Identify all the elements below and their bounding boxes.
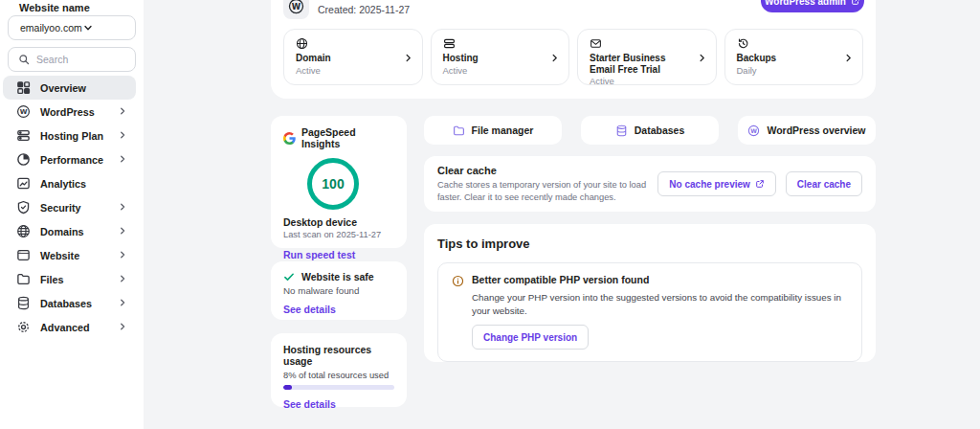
status-card-subtitle: Active (443, 65, 546, 76)
change-php-version-button[interactable]: Change PHP version (472, 325, 589, 350)
no-cache-preview-button[interactable]: No cache preview (657, 171, 775, 196)
wordpress-admin-button[interactable]: WordPress admin (761, 0, 864, 12)
tip-description: Change your PHP version into the suggest… (472, 291, 848, 317)
sidebar-item-analytics[interactable]: Analytics (3, 171, 136, 195)
wordpress-logo: W (283, 0, 309, 19)
sidebar-item-label: Security (40, 202, 81, 214)
clear-cache-description: Cache stores a temporary version of your… (437, 179, 657, 203)
external-link-icon (851, 0, 860, 6)
globe-icon (16, 224, 31, 238)
sidebar-item-databases[interactable]: Databases (3, 291, 136, 315)
safety-see-details-link[interactable]: See details (283, 304, 336, 315)
wordpress-icon: W (747, 124, 760, 137)
sidebar-nav: Overview W WordPress Hosting Plan P (0, 76, 144, 339)
server-icon (16, 128, 31, 143)
databases-card[interactable]: Databases (581, 116, 719, 145)
pagespeed-score-ring: 100 (307, 158, 359, 210)
search-input[interactable] (36, 54, 119, 65)
wordpress-icon: W (16, 104, 31, 119)
svg-text:W: W (292, 2, 301, 11)
sidebar-item-label: Website (40, 250, 79, 261)
history-icon (737, 37, 749, 50)
chevron-right-icon (118, 154, 127, 164)
chevron-down-icon (82, 22, 125, 34)
website-selector[interactable]: emailyoo.com (8, 15, 136, 40)
created-date: Created: 2025-11-27 (318, 4, 410, 15)
tips-title: Tips to improve (437, 237, 862, 251)
sidebar-item-files[interactable]: Files (3, 267, 136, 291)
globe-icon (296, 37, 308, 50)
status-card-title: Hosting (443, 53, 546, 64)
quick-link-label: Databases (635, 124, 685, 136)
svg-text:W: W (751, 126, 758, 133)
quick-link-label: WordPress overview (767, 124, 865, 136)
run-speed-test-link[interactable]: Run speed test (283, 249, 355, 260)
pagespeed-score: 100 (322, 176, 344, 192)
chevron-right-icon (118, 274, 127, 283)
sidebar-item-domains[interactable]: Domains (3, 219, 136, 243)
status-cards-row: Domain Active Hosting Active Starter Bus… (283, 29, 863, 85)
file-manager-card[interactable]: File manager (424, 116, 562, 145)
clear-cache-card: Clear cache Cache stores a temporary ver… (424, 156, 876, 212)
status-card-backups[interactable]: Backups Daily (724, 29, 864, 85)
chevron-right-icon (118, 106, 127, 116)
search-box[interactable] (8, 47, 136, 72)
tip-item: Better compatible PHP version found Chan… (437, 262, 862, 362)
status-card-hosting[interactable]: Hosting Active (431, 29, 570, 85)
sidebar-item-label: Overview (40, 82, 86, 94)
quick-links-row: File manager Databases W WordPress overv… (424, 116, 876, 145)
warning-info-icon (452, 275, 464, 287)
sidebar-item-hosting-plan[interactable]: Hosting Plan (3, 124, 136, 147)
resources-subtitle: 8% of total resources used (283, 371, 394, 380)
sidebar-item-website[interactable]: Website (3, 243, 136, 267)
quick-link-label: File manager (472, 124, 534, 136)
status-card-email[interactable]: Starter Business Email Free Trial Active (577, 29, 717, 85)
tip-title: Better compatible PHP version found (472, 274, 649, 285)
pagespeed-title: PageSpeed Insights (301, 126, 394, 149)
website-selector-value: emailyoo.com (20, 22, 82, 34)
pagespeed-card: PageSpeed Insights 100 Desktop device La… (271, 116, 407, 248)
browser-window-icon (16, 248, 31, 262)
status-card-title: Starter Business Email Free Trial (590, 53, 693, 75)
resources-progress-bar (283, 385, 394, 390)
clear-cache-title: Clear cache (437, 165, 657, 176)
status-card-title: Backups (737, 53, 840, 64)
resources-see-details-link[interactable]: See details (283, 398, 336, 410)
folder-icon (453, 124, 465, 137)
sidebar-item-label: Analytics (40, 178, 86, 190)
pagespeed-last-scan: Last scan on 2025-11-27 (283, 230, 394, 239)
shield-icon (16, 200, 31, 214)
sidebar-item-label: Advanced (40, 322, 90, 333)
tips-card: Tips to improve Better compatible PHP ve… (424, 224, 876, 362)
wordpress-overview-card[interactable]: W WordPress overview (738, 116, 876, 145)
status-card-subtitle: Active (296, 65, 399, 76)
grid-icon (16, 80, 31, 95)
sidebar-item-label: Hosting Plan (40, 130, 103, 142)
chevron-right-icon (118, 250, 127, 260)
pagespeed-device: Desktop device (283, 216, 394, 228)
sidebar-item-overview[interactable]: Overview (3, 76, 136, 100)
website-safety-card: Website is safe No malware found See det… (271, 261, 407, 320)
site-header-card: W Created: 2025-11-27 WordPress admin Do… (271, 0, 876, 99)
chevron-right-icon (118, 130, 127, 140)
check-icon (283, 271, 295, 282)
sidebar-item-wordpress[interactable]: W WordPress (3, 100, 136, 124)
chevron-right-icon (403, 53, 413, 63)
chevron-right-icon (118, 322, 127, 331)
sidebar-item-performance[interactable]: Performance (3, 147, 136, 171)
google-logo-icon (283, 132, 296, 145)
status-card-subtitle: Active (590, 76, 693, 86)
safety-subtitle: No malware found (283, 285, 394, 296)
gear-icon (16, 320, 31, 334)
resources-title: Hosting resources usage (283, 344, 394, 367)
clear-cache-button[interactable]: Clear cache (786, 171, 862, 196)
folder-icon (16, 272, 31, 286)
safety-title: Website is safe (301, 271, 374, 282)
sidebar: Website name emailyoo.com Overview W Wor… (0, 0, 144, 429)
analytics-icon (16, 176, 31, 191)
chevron-right-icon (549, 53, 560, 63)
sidebar-item-advanced[interactable]: Advanced (3, 315, 136, 339)
status-card-domain[interactable]: Domain Active (283, 29, 423, 85)
performance-icon (16, 152, 31, 167)
sidebar-item-security[interactable]: Security (3, 195, 136, 219)
